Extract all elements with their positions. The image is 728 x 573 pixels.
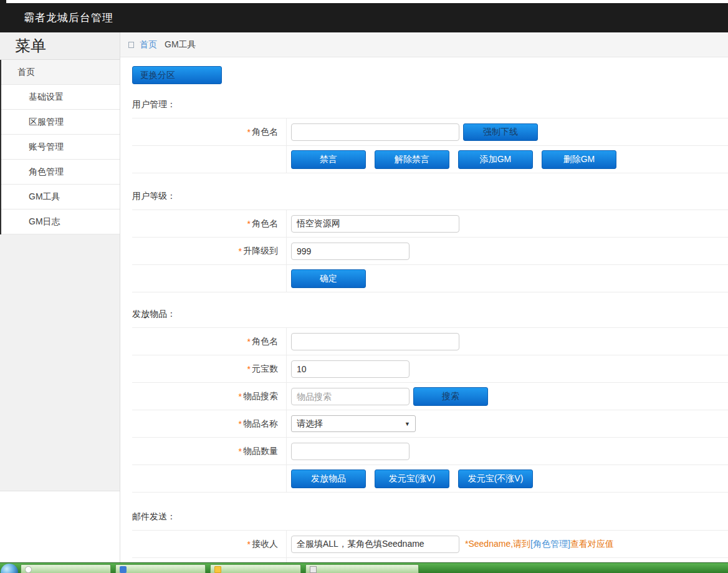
level-target-input[interactable] xyxy=(291,243,410,260)
sidebar-item-gm-tools[interactable]: GM工具 xyxy=(1,185,120,209)
item-search-row: * 物品搜索 搜索 xyxy=(132,383,728,410)
sidebar-item-label: 账号管理 xyxy=(29,142,64,153)
home-icon xyxy=(128,42,134,48)
sidebar-item-server-manage[interactable]: 区服管理 xyxy=(1,110,120,135)
empty-label-cell xyxy=(132,146,287,173)
yuanbao-count-label: * 元宝数 xyxy=(132,355,287,382)
user-level-role-input[interactable] xyxy=(291,215,459,233)
mail-receiver-input[interactable] xyxy=(291,536,459,553)
mail-receiver-label: * 接收人 xyxy=(132,531,287,557)
role-name-label: * 角色名 xyxy=(132,328,287,355)
delete-gm-button[interactable]: 删除GM xyxy=(542,150,616,169)
empty-label-cell xyxy=(132,265,287,292)
sidebar-item-role-manage[interactable]: 角色管理 xyxy=(1,160,120,185)
breadcrumb-home-link[interactable]: 首页 xyxy=(140,39,157,51)
item-name-row: * 物品名称 请选择 ▼ xyxy=(132,410,728,438)
give-items-role-row: * 角色名 xyxy=(132,328,728,355)
seedname-note: *Seedname,请到[角色管理]查看对应值 xyxy=(465,539,614,550)
yuanbao-count-input[interactable] xyxy=(291,360,410,378)
circle-icon xyxy=(25,566,32,573)
window-icon xyxy=(310,566,317,573)
unmute-button[interactable]: 解除禁言 xyxy=(375,150,449,169)
breadcrumb-current: GM工具 xyxy=(165,39,196,51)
app-title: 霸者龙城后台管理 xyxy=(0,11,113,25)
item-qty-label: * 物品数量 xyxy=(132,438,287,465)
item-qty-row: * 物品数量 xyxy=(132,438,728,465)
main-area: 首页 GM工具 更换分区 用户管理： * 角色名 强制下线 xyxy=(120,32,728,573)
start-button[interactable] xyxy=(1,564,18,573)
give-yuanbao-v-button[interactable]: 发元宝(涨V) xyxy=(375,469,449,488)
window-corner-mark xyxy=(0,0,6,3)
sidebar-item-label: GM工具 xyxy=(29,191,60,203)
user-level-target-row: * 升降级到 xyxy=(132,238,728,265)
give-items-table: * 角色名 * 元宝数 xyxy=(132,327,728,493)
sidebar: 菜单 首页 基础设置 区服管理 账号管理 角色管理 GM工具 GM日志 xyxy=(0,32,120,573)
taskbar-item-4[interactable] xyxy=(305,564,419,573)
user-manage-role-input[interactable] xyxy=(291,123,459,141)
section-title-give-items: 发放物品： xyxy=(132,309,728,320)
item-search-input[interactable] xyxy=(291,388,410,405)
taskbar-item-2[interactable] xyxy=(115,564,206,573)
mute-button[interactable]: 禁言 xyxy=(291,150,366,169)
mail-receiver-row: * 接收人 *Seedname,请到[角色管理]查看对应值 xyxy=(132,531,728,558)
force-offline-button[interactable]: 强制下线 xyxy=(463,123,538,141)
section-title-user-level: 用户等级： xyxy=(132,191,728,202)
give-item-button[interactable]: 发放物品 xyxy=(291,469,366,488)
section-title-user-manage: 用户管理： xyxy=(132,99,728,110)
yuanbao-count-row: * 元宝数 xyxy=(132,355,728,383)
item-name-select[interactable]: 请选择 ▼ xyxy=(291,415,416,432)
confirm-level-button[interactable]: 确定 xyxy=(291,269,366,288)
sidebar-item-account-manage[interactable]: 账号管理 xyxy=(1,135,120,160)
sidebar-item-label: 基础设置 xyxy=(29,92,64,103)
sidebar-filler xyxy=(0,234,120,491)
app-header: 霸者龙城后台管理 xyxy=(0,3,728,32)
os-taskbar xyxy=(0,562,728,573)
breadcrumb: 首页 GM工具 xyxy=(120,32,728,57)
empty-label-cell xyxy=(132,465,287,492)
sidebar-item-label: 区服管理 xyxy=(29,117,64,128)
change-partition-button[interactable]: 更换分区 xyxy=(132,66,222,84)
content: 更换分区 用户管理： * 角色名 强制下线 禁言 xyxy=(120,57,728,573)
taskbar-item-1[interactable] xyxy=(21,564,111,573)
item-name-selected-value: 请选择 xyxy=(297,418,323,430)
section-title-mail: 邮件发送： xyxy=(132,511,728,522)
role-name-label: * 角色名 xyxy=(132,210,287,237)
sidebar-item-basic-settings[interactable]: 基础设置 xyxy=(1,85,120,110)
sidebar-menu-list: 首页 基础设置 区服管理 账号管理 角色管理 GM工具 GM日志 xyxy=(0,60,120,234)
level-target-label: * 升降级到 xyxy=(132,238,287,264)
user-manage-role-row: * 角色名 强制下线 xyxy=(132,118,728,146)
sidebar-item-label: 首页 xyxy=(17,67,35,78)
taskbar-item-3[interactable] xyxy=(210,564,301,573)
sidebar-item-label: 角色管理 xyxy=(29,166,64,178)
user-level-confirm-row: 确定 xyxy=(132,265,728,292)
role-name-label: * 角色名 xyxy=(132,118,287,145)
user-level-role-row: * 角色名 xyxy=(132,210,728,238)
role-manage-note-link[interactable]: [角色管理] xyxy=(530,539,570,549)
user-level-table: * 角色名 * 升降级到 xyxy=(132,209,728,292)
chevron-down-icon: ▼ xyxy=(405,421,410,427)
blue-app-icon xyxy=(120,566,127,573)
sidebar-item-home[interactable]: 首页 xyxy=(1,60,120,85)
give-yuanbao-nov-button[interactable]: 发元宝(不涨V) xyxy=(458,469,533,488)
search-button[interactable]: 搜索 xyxy=(413,387,488,406)
add-gm-button[interactable]: 添加GM xyxy=(458,150,533,169)
sidebar-item-gm-logs[interactable]: GM日志 xyxy=(1,209,120,234)
item-name-label: * 物品名称 xyxy=(132,410,287,437)
give-items-actions-row: 发放物品 发元宝(涨V) 发元宝(不涨V) xyxy=(132,465,728,493)
give-items-role-input[interactable] xyxy=(291,333,459,350)
item-search-label: * 物品搜索 xyxy=(132,383,287,410)
item-qty-input[interactable] xyxy=(291,443,410,460)
sidebar-menu-title: 菜单 xyxy=(0,32,120,60)
window-top-strip xyxy=(0,0,728,3)
yellow-folder-icon xyxy=(214,566,221,573)
user-manage-table: * 角色名 强制下线 禁言 解除禁言 添加GM 删除GM xyxy=(132,118,728,173)
sidebar-item-label: GM日志 xyxy=(29,216,60,228)
user-manage-actions-row: 禁言 解除禁言 添加GM 删除GM xyxy=(132,146,728,173)
